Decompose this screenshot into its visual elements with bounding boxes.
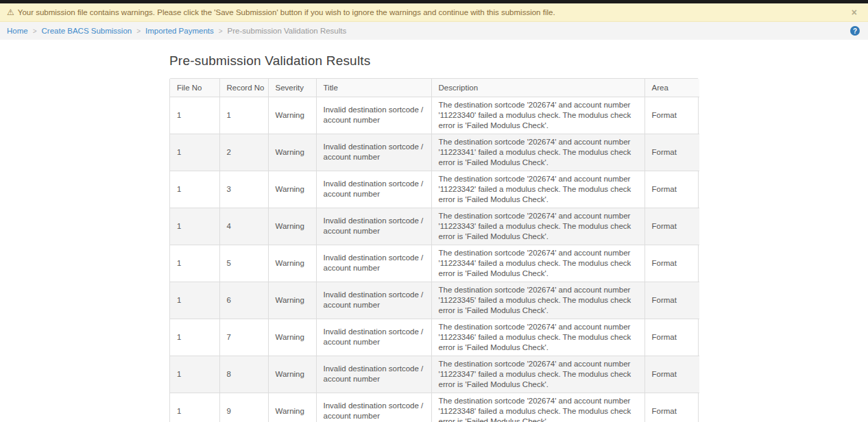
help-icon[interactable]: ? <box>850 26 860 36</box>
table-header-row: File No Record No Severity Title Descrip… <box>170 79 699 97</box>
column-header-description: Description <box>431 79 644 97</box>
table-row: 15WarningInvalid destination sortcode / … <box>170 245 699 282</box>
table-cell-description: The destination sortcode '202674' and ac… <box>431 97 644 134</box>
table-cell-description: The destination sortcode '202674' and ac… <box>431 319 644 356</box>
page-title: Pre-submission Validation Results <box>169 53 699 69</box>
table-cell-area: Format <box>644 208 699 245</box>
column-header-severity: Severity <box>268 79 316 97</box>
breadcrumb-item[interactable]: Create BACS Submission <box>42 27 132 35</box>
table-cell-file-no: 1 <box>170 356 219 393</box>
column-header-record-no: Record No <box>219 79 268 97</box>
validation-results-table: File No Record No Severity Title Descrip… <box>170 79 699 422</box>
table-cell-area: Format <box>644 171 699 208</box>
warning-banner-text: Your submission file contains warnings. … <box>18 8 555 16</box>
table-cell-file-no: 1 <box>170 171 219 208</box>
table-cell-severity: Warning <box>268 282 316 319</box>
table-cell-description: The destination sortcode '202674' and ac… <box>431 245 644 282</box>
table-cell-area: Format <box>644 134 699 171</box>
table-cell-record-no: 3 <box>219 171 268 208</box>
table-cell-file-no: 1 <box>170 208 219 245</box>
table-row: 11WarningInvalid destination sortcode / … <box>170 97 699 134</box>
table-cell-severity: Warning <box>268 356 316 393</box>
table-row: 18WarningInvalid destination sortcode / … <box>170 356 699 393</box>
table-cell-area: Format <box>644 245 699 282</box>
table-cell-title: Invalid destination sortcode / account n… <box>316 171 431 208</box>
table-cell-title: Invalid destination sortcode / account n… <box>316 134 431 171</box>
breadcrumb-separator: > <box>136 27 141 35</box>
table-cell-record-no: 4 <box>219 208 268 245</box>
table-cell-severity: Warning <box>268 97 316 134</box>
table-cell-file-no: 1 <box>170 319 219 356</box>
table-cell-file-no: 1 <box>170 97 219 134</box>
table-row: 12WarningInvalid destination sortcode / … <box>170 134 699 171</box>
table-cell-description: The destination sortcode '202674' and ac… <box>431 171 644 208</box>
table-cell-area: Format <box>644 319 699 356</box>
table-cell-description: The destination sortcode '202674' and ac… <box>431 356 644 393</box>
table-cell-severity: Warning <box>268 245 316 282</box>
table-cell-description: The destination sortcode '202674' and ac… <box>431 208 644 245</box>
table-cell-file-no: 1 <box>170 282 219 319</box>
table-cell-title: Invalid destination sortcode / account n… <box>316 282 431 319</box>
table-cell-title: Invalid destination sortcode / account n… <box>316 393 431 422</box>
table-cell-area: Format <box>644 97 699 134</box>
table-cell-description: The destination sortcode '202674' and ac… <box>431 393 644 422</box>
column-header-file-no: File No <box>170 79 219 97</box>
breadcrumb-separator: > <box>219 27 223 35</box>
warning-icon: ⚠ <box>7 8 14 16</box>
table-row: 19WarningInvalid destination sortcode / … <box>170 393 699 422</box>
table-cell-area: Format <box>644 282 699 319</box>
table-row: 14WarningInvalid destination sortcode / … <box>170 208 699 245</box>
table-cell-file-no: 1 <box>170 393 219 422</box>
table-cell-record-no: 9 <box>219 393 268 422</box>
main-content: Pre-submission Validation Results File N… <box>169 53 699 422</box>
breadcrumb-item[interactable]: Imported Payments <box>145 27 214 35</box>
table-cell-record-no: 1 <box>219 97 268 134</box>
table-cell-title: Invalid destination sortcode / account n… <box>316 97 431 134</box>
table-row: 17WarningInvalid destination sortcode / … <box>170 319 699 356</box>
warning-banner: ⚠ Your submission file contains warnings… <box>0 3 868 22</box>
table-cell-description: The destination sortcode '202674' and ac… <box>431 282 644 319</box>
table-cell-severity: Warning <box>268 208 316 245</box>
table-cell-severity: Warning <box>268 393 316 422</box>
table-cell-title: Invalid destination sortcode / account n… <box>316 356 431 393</box>
column-header-title: Title <box>316 79 431 97</box>
breadcrumb-item[interactable]: Home <box>7 27 28 35</box>
column-header-area: Area <box>644 79 699 97</box>
validation-results-grid: File No Record No Severity Title Descrip… <box>169 78 699 422</box>
table-cell-area: Format <box>644 393 699 422</box>
table-cell-severity: Warning <box>268 134 316 171</box>
table-cell-severity: Warning <box>268 319 316 356</box>
table-row: 13WarningInvalid destination sortcode / … <box>170 171 699 208</box>
table-cell-file-no: 1 <box>170 134 219 171</box>
table-cell-record-no: 8 <box>219 356 268 393</box>
table-cell-record-no: 7 <box>219 319 268 356</box>
table-cell-severity: Warning <box>268 171 316 208</box>
breadcrumb-item-current: Pre-submission Validation Results <box>228 27 347 35</box>
close-icon[interactable]: × <box>850 8 858 17</box>
table-cell-title: Invalid destination sortcode / account n… <box>316 319 431 356</box>
table-cell-area: Format <box>644 356 699 393</box>
table-cell-file-no: 1 <box>170 245 219 282</box>
breadcrumb-separator: > <box>33 27 37 35</box>
table-cell-record-no: 5 <box>219 245 268 282</box>
table-cell-description: The destination sortcode '202674' and ac… <box>431 134 644 171</box>
table-row: 16WarningInvalid destination sortcode / … <box>170 282 699 319</box>
table-cell-record-no: 6 <box>219 282 268 319</box>
table-cell-title: Invalid destination sortcode / account n… <box>316 245 431 282</box>
breadcrumb: Home>Create BACS Submission>Imported Pay… <box>0 22 868 40</box>
table-cell-record-no: 2 <box>219 134 268 171</box>
table-cell-title: Invalid destination sortcode / account n… <box>316 208 431 245</box>
